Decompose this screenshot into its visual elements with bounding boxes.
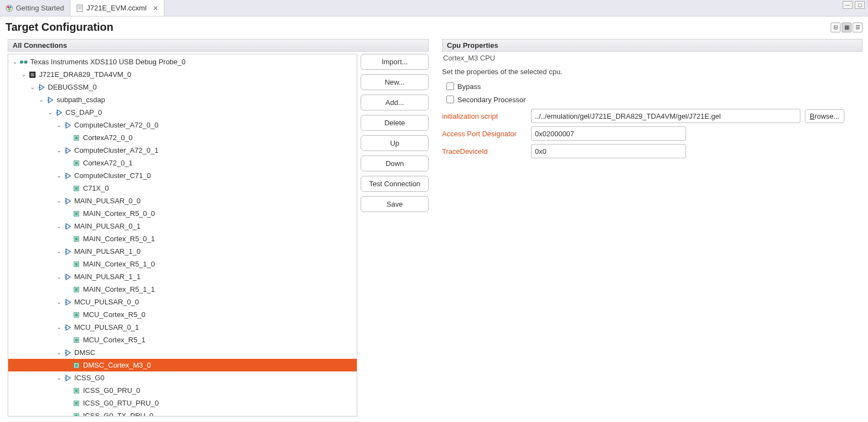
import-button[interactable]: Import... (361, 54, 429, 70)
chevron-down-icon[interactable]: ⌄ (56, 147, 62, 153)
tree-label: ICSS_G0_TX_PRU_0 (82, 412, 153, 417)
chevron-down-icon[interactable]: ⌄ (56, 173, 62, 179)
new-button[interactable]: New... (361, 74, 429, 90)
tree-row[interactable]: ⌄MAIN_PULSAR_0_0 (8, 195, 357, 207)
debug-icon (55, 109, 63, 116)
chevron-down-icon[interactable]: ⌄ (56, 375, 62, 381)
chevron-down-icon[interactable]: ⌄ (56, 324, 62, 330)
tree-label: MCU_Cortex_R5_1 (82, 336, 145, 344)
maximize-editor-icon[interactable]: ▢ (855, 1, 865, 9)
tree-row[interactable]: CortexA72_0_0 (8, 131, 357, 144)
delete-button[interactable]: Delete (361, 115, 429, 131)
tree-label: ICSS_G0_RTU_PRU_0 (82, 399, 159, 407)
save-button[interactable]: Save (361, 196, 429, 212)
trace-device-input[interactable] (531, 144, 686, 158)
tree-label: C71X_0 (82, 184, 109, 192)
tab-ccxml[interactable]: J721E_EVM.ccxml ✕ (70, 0, 164, 16)
chevron-down-icon[interactable]: ⌄ (38, 97, 45, 103)
cpu-properties-header: Cpu Properties (442, 39, 863, 52)
tree-row[interactable]: ⌄MCU_PULSAR_0_1 (8, 321, 357, 334)
view-layout-icon[interactable]: ▦ (842, 23, 852, 32)
tree-label: ComputeCluster_C71_0 (73, 171, 151, 180)
tree-row[interactable]: ⌄MAIN_PULSAR_1_1 (8, 270, 357, 283)
access-port-input[interactable] (531, 126, 686, 141)
debug-icon (64, 121, 71, 129)
connections-tree[interactable]: ⌄Texas Instruments XDS110 USB Debug Prob… (8, 54, 357, 417)
tree-label: MAIN_PULSAR_0_1 (73, 222, 141, 230)
tree-row[interactable]: ICSS_G0_TX_PRU_0 (8, 409, 357, 417)
tree-row[interactable]: MCU_Cortex_R5_0 (8, 308, 357, 321)
tree-row[interactable]: MCU_Cortex_R5_1 (8, 334, 357, 346)
debug-icon (64, 223, 71, 230)
editor-tabbar: Getting Started J721E_EVM.ccxml ✕ — ▢ (0, 0, 868, 16)
tree-row[interactable]: MAIN_Cortex_R5_0_0 (8, 207, 357, 220)
tree-row[interactable]: MAIN_Cortex_R5_0_1 (8, 232, 357, 245)
init-script-input[interactable] (531, 109, 800, 123)
cpu-desc: Set the properties of the selected cpu. (442, 68, 863, 76)
chevron-down-icon[interactable]: ⌄ (47, 109, 53, 115)
tab-getting-started[interactable]: Getting Started (0, 0, 70, 16)
view-list-icon[interactable]: ☰ (853, 23, 863, 32)
cpu-icon (73, 412, 80, 417)
tree-row[interactable]: ⌄MCU_PULSAR_0_0 (8, 296, 357, 308)
collapse-all-icon[interactable]: ⊟ (831, 23, 841, 32)
tree-row[interactable]: ICSS_G0_PRU_0 (8, 384, 357, 397)
tree-row[interactable]: ⌄J721E_DRA829_TDA4VM_0 (8, 68, 357, 81)
up-button[interactable]: Up (361, 135, 429, 151)
chevron-down-icon[interactable]: ⌄ (56, 198, 62, 204)
access-port-label: Access Port Designator (442, 130, 527, 138)
bypass-checkbox[interactable] (446, 82, 454, 90)
browse-button[interactable]: Browse... (805, 109, 844, 123)
tree-label: MAIN_PULSAR_1_0 (73, 247, 141, 256)
tree-label: MCU_PULSAR_0_0 (73, 298, 139, 306)
tree-row[interactable]: ⌄CS_DAP_0 (8, 106, 357, 119)
file-icon (76, 4, 84, 12)
chevron-down-icon[interactable]: ⌄ (29, 84, 36, 90)
chevron-down-icon[interactable]: ⌄ (56, 299, 62, 305)
tree-label: MAIN_Cortex_R5_0_1 (82, 235, 155, 243)
tree-row[interactable]: ⌄MAIN_PULSAR_0_1 (8, 220, 357, 232)
all-connections-header: All Connections (8, 39, 429, 52)
chevron-down-icon[interactable]: ⌄ (20, 71, 27, 77)
tree-row[interactable]: ⌄ComputeCluster_A72_0_0 (8, 119, 357, 131)
tree-label: ComputeCluster_A72_0_1 (73, 146, 158, 154)
tab-label: Getting Started (16, 4, 64, 12)
tree-row[interactable]: ⌄Texas Instruments XDS110 USB Debug Prob… (8, 55, 357, 68)
tree-row[interactable]: ⌄MAIN_PULSAR_1_0 (8, 245, 357, 258)
tree-row[interactable]: MAIN_Cortex_R5_1_0 (8, 258, 357, 270)
tree-row[interactable]: ⌄subpath_csdap (8, 93, 357, 106)
test-connection-button[interactable]: Test Connection (361, 176, 429, 192)
cpu-icon (73, 311, 80, 319)
tree-row[interactable]: ⌄ComputeCluster_A72_0_1 (8, 144, 357, 157)
chevron-down-icon[interactable]: ⌄ (56, 248, 62, 254)
tree-row[interactable]: MAIN_Cortex_R5_1_1 (8, 283, 357, 296)
cpu-icon (73, 399, 80, 407)
chevron-down-icon[interactable]: ⌄ (56, 223, 62, 229)
tree-row[interactable]: CortexA72_0_1 (8, 157, 357, 169)
down-button[interactable]: Down (361, 156, 429, 171)
debug-icon (64, 324, 71, 331)
chevron-down-icon[interactable]: ⌄ (56, 349, 62, 356)
chevron-down-icon[interactable]: ⌄ (56, 274, 62, 280)
tree-row[interactable]: ⌄ComputeCluster_C71_0 (8, 169, 357, 182)
ccs-icon (5, 4, 13, 12)
page-title: Target Configuration (5, 21, 113, 34)
debug-icon (64, 248, 71, 256)
tree-label: MAIN_Cortex_R5_1_0 (82, 260, 155, 268)
minimize-editor-icon[interactable]: — (843, 1, 853, 9)
debug-icon (64, 374, 71, 382)
chevron-down-icon[interactable]: ⌄ (56, 122, 62, 128)
tree-row[interactable]: ⌄DEBUGSSM_0 (8, 81, 357, 93)
add-button[interactable]: Add... (361, 95, 429, 110)
tree-row[interactable]: ICSS_G0_RTU_PRU_0 (8, 397, 357, 409)
tree-row[interactable]: C71X_0 (8, 182, 357, 195)
tree-label: ICSS_G0_PRU_0 (82, 386, 140, 395)
secondary-processor-checkbox[interactable] (446, 96, 454, 103)
close-icon[interactable]: ✕ (153, 4, 158, 12)
chevron-down-icon[interactable]: ⌄ (12, 59, 18, 65)
tree-row[interactable]: ⌄DMSC (8, 346, 357, 359)
tree-row[interactable]: DMSC_Cortex_M3_0 (8, 359, 357, 371)
tree-label: CS_DAP_0 (64, 108, 102, 116)
cpu-subtitle: Cortex_M3 CPU (443, 54, 863, 62)
tree-row[interactable]: ⌄ICSS_G0 (8, 371, 357, 384)
